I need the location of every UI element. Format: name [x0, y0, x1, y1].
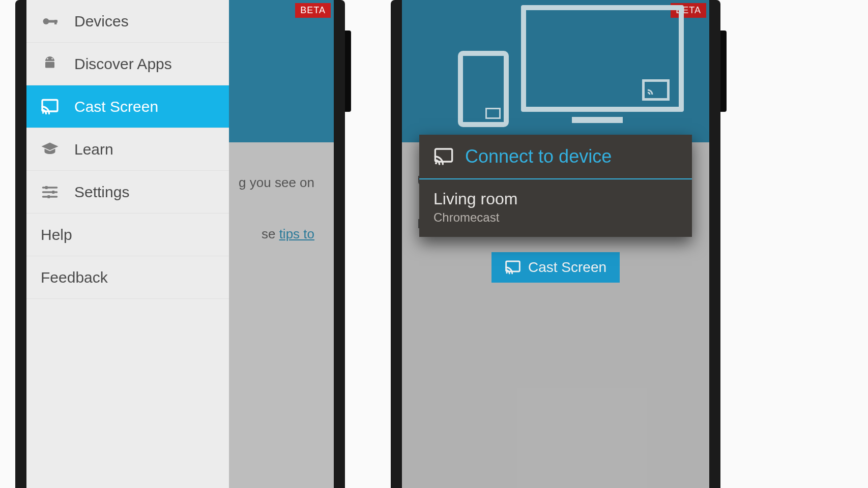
- drawer-item-settings[interactable]: Settings: [26, 171, 229, 214]
- drawer-item-help[interactable]: Help: [26, 214, 229, 256]
- android-icon: [41, 55, 59, 73]
- dialog-overlay[interactable]: [402, 0, 709, 488]
- dialog-header: Connect to device: [419, 135, 692, 179]
- svg-rect-3: [45, 62, 54, 68]
- sliders-icon: [41, 183, 59, 201]
- phone-power-button: [720, 30, 727, 112]
- svg-rect-11: [45, 186, 48, 189]
- svg-point-0: [43, 18, 49, 24]
- body-text-fragment2: se: [262, 226, 279, 241]
- svg-rect-12: [52, 191, 55, 194]
- graduation-icon: [41, 140, 59, 159]
- drawer-item-learn[interactable]: Learn: [26, 128, 229, 171]
- device-name: Living room: [433, 190, 678, 208]
- dialog-title: Connect to device: [465, 146, 612, 167]
- drawer-item-feedback[interactable]: Feedback: [26, 256, 229, 299]
- connect-dialog: Connect to device Living room Chromecast: [419, 135, 692, 237]
- phone-right: BETA U F: [391, 0, 720, 488]
- svg-rect-16: [435, 149, 452, 162]
- drawer-item-label: Discover Apps: [74, 55, 172, 73]
- screen-right: BETA U F: [402, 0, 709, 488]
- drawer-item-discover-apps[interactable]: Discover Apps: [26, 43, 229, 85]
- svg-point-5: [51, 58, 53, 59]
- svg-rect-2: [54, 20, 57, 24]
- drawer-item-cast-screen[interactable]: Cast Screen: [26, 85, 229, 128]
- svg-point-4: [47, 58, 48, 59]
- beta-badge: BETA: [295, 3, 331, 18]
- drawer-item-label: Settings: [74, 184, 129, 201]
- phone-power-button: [345, 30, 351, 112]
- cast-icon: [41, 98, 59, 116]
- svg-point-7: [42, 112, 44, 114]
- key-icon: [41, 12, 59, 30]
- svg-point-17: [435, 162, 437, 164]
- nav-drawer: Devices Discover Apps Cast Screen Learn: [26, 0, 229, 488]
- drawer-item-label: Cast Screen: [74, 98, 158, 115]
- screen-left: BETA g you see on se tips to Devi: [26, 0, 334, 488]
- device-type: Chromecast: [433, 210, 678, 225]
- drawer-item-label: Learn: [74, 141, 113, 158]
- dialog-device-row[interactable]: Living room Chromecast: [419, 179, 692, 237]
- phone-left: BETA g you see on se tips to Devi: [15, 0, 345, 488]
- drawer-item-label: Feedback: [41, 269, 108, 286]
- cast-icon: [433, 146, 454, 167]
- svg-rect-13: [48, 195, 50, 198]
- tips-link[interactable]: tips to: [279, 226, 314, 241]
- drawer-item-label: Help: [41, 226, 72, 243]
- drawer-item-devices[interactable]: Devices: [26, 0, 229, 43]
- drawer-item-label: Devices: [74, 13, 129, 30]
